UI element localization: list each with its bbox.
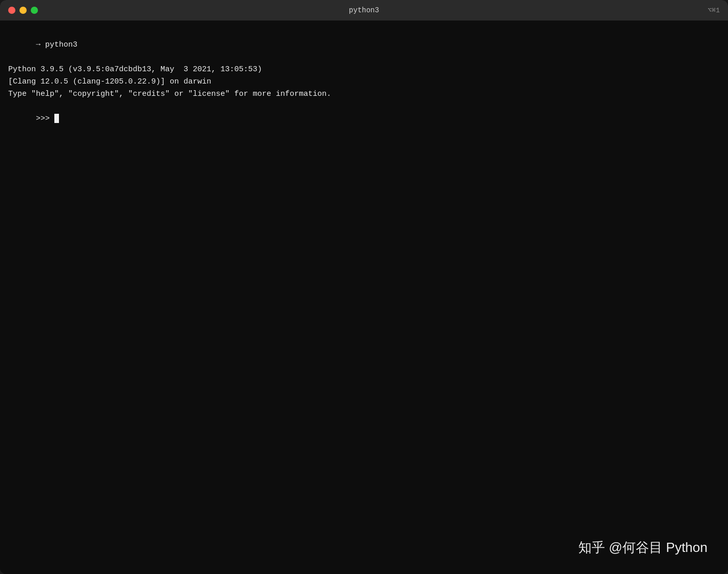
window-title: python3: [349, 6, 379, 14]
minimize-button[interactable]: [19, 7, 27, 14]
close-button[interactable]: [8, 7, 15, 14]
watermark: 知乎 @何谷目 Python: [578, 537, 707, 559]
maximize-button[interactable]: [31, 7, 38, 14]
terminal-body[interactable]: → python3 Python 3.9.5 (v3.9.5:0a7dcbdb1…: [0, 20, 728, 574]
terminal-line-2: Python 3.9.5 (v3.9.5:0a7dcbdb13, May 3 2…: [8, 64, 720, 76]
traffic-lights: [8, 7, 38, 14]
terminal-line-1: → python3: [8, 27, 720, 64]
prompt-text: >>>: [36, 114, 54, 123]
terminal-prompt-line: >>>: [8, 100, 720, 137]
terminal-line-4: Type "help", "copyright", "credits" or "…: [8, 88, 720, 100]
title-bar: python3 ⌥⌘1: [0, 0, 728, 20]
keyboard-shortcut: ⌥⌘1: [708, 6, 720, 14]
terminal-line-3: [Clang 12.0.5 (clang-1205.0.22.9)] on da…: [8, 76, 720, 88]
terminal-window: python3 ⌥⌘1 → python3 Python 3.9.5 (v3.9…: [0, 0, 728, 574]
command-arrow: → python3: [36, 40, 77, 49]
terminal-cursor: [54, 114, 59, 123]
